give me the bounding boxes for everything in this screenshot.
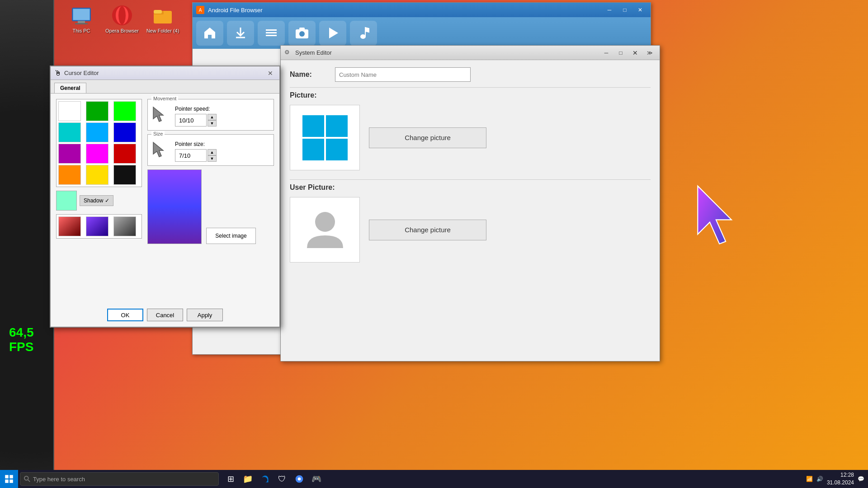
search-bar[interactable]: Type here to search (20, 472, 219, 486)
svg-rect-3 (73, 9, 90, 20)
svg-rect-27 (5, 479, 9, 483)
desktop-icon-new-folder[interactable]: New Folder (4) (145, 5, 181, 33)
android-restore-btn[interactable]: □ (618, 5, 632, 14)
cursor-preview-movement-svg (151, 106, 168, 122)
taskbar-wifi-icon: 📶 (806, 476, 813, 482)
gradient-swatch-grid (56, 214, 142, 239)
toolbar-menu-btn[interactable] (258, 21, 285, 46)
taskbar-date: 31.08.2024 (827, 479, 854, 487)
svg-point-32 (298, 478, 301, 481)
movement-section: Movement Pointer speed: 10/10 ▲ (147, 99, 274, 131)
swatch-magenta[interactable] (86, 144, 108, 164)
cursor-editor-close-btn[interactable]: ✕ (265, 69, 276, 78)
svg-marker-24 (153, 142, 163, 157)
se-change-user-picture-btn[interactable]: Change picture (369, 220, 486, 240)
shadow-checkbox[interactable]: Shadow ✓ (80, 195, 113, 206)
android-titlebar[interactable]: A Android File Browser ─ □ ✕ (193, 3, 651, 17)
swatch-blue[interactable] (113, 122, 136, 142)
speedometer: 64,5 FPS (0, 0, 54, 470)
android-close-btn[interactable]: ✕ (633, 5, 647, 14)
pointer-speed-down[interactable]: ▼ (208, 120, 217, 127)
taskbar-icons: ⊞ 📁 🛡 🎮 (222, 471, 325, 487)
color-swatch-grid (56, 99, 142, 187)
apply-button[interactable]: Apply (187, 309, 223, 321)
taskbar-extra[interactable]: 🎮 (308, 471, 325, 487)
android-minimize-btn[interactable]: ─ (603, 5, 616, 14)
desktop-icon-this-pc[interactable]: This PC (63, 5, 99, 33)
toolbar-play-btn[interactable] (319, 21, 346, 46)
desktop-icon-opera[interactable]: Opera Browser (104, 5, 140, 33)
se-extra-btn[interactable]: ≫ (643, 48, 656, 57)
swatch-green[interactable] (86, 101, 108, 121)
system-editor-titlebar[interactable]: ⚙ System Editor ─ □ ✕ ≫ (281, 46, 660, 60)
taskbar-chrome[interactable] (291, 471, 307, 487)
se-picture-box (290, 105, 360, 170)
this-pc-label: This PC (72, 28, 90, 33)
svg-rect-9 (154, 10, 162, 14)
svg-rect-15 (299, 28, 305, 30)
cursor-arrow-overlay (692, 181, 742, 255)
se-close-btn[interactable]: ✕ (629, 48, 642, 57)
swatch-black[interactable] (113, 165, 136, 185)
cancel-button[interactable]: Cancel (147, 309, 183, 321)
swatch-orange[interactable] (58, 165, 81, 185)
toolbar-home-btn[interactable] (196, 21, 223, 46)
start-button[interactable] (0, 470, 18, 488)
pointer-size-spinners: ▲ ▼ (208, 149, 217, 162)
swatch-lime[interactable] (113, 101, 136, 121)
shadow-color-swatch[interactable] (56, 191, 77, 211)
se-name-input[interactable] (335, 67, 471, 82)
shadow-check-icon: ✓ (105, 197, 109, 204)
svg-marker-22 (698, 186, 731, 244)
se-divider-2 (290, 179, 651, 180)
se-restore-btn[interactable]: □ (614, 48, 627, 57)
toolbar-camera-btn[interactable] (288, 21, 316, 46)
size-legend: Size (151, 131, 165, 136)
toolbar-music-btn[interactable] (350, 21, 377, 46)
search-placeholder: Type here to search (33, 476, 85, 483)
svg-rect-11 (266, 32, 277, 33)
pointer-speed-input: 10/10 ▲ ▼ (175, 114, 217, 127)
se-change-picture-btn[interactable]: Change picture (369, 127, 486, 148)
toolbar-download-btn[interactable] (227, 21, 254, 46)
swatch-cyan-dark[interactable] (58, 122, 81, 142)
svg-rect-25 (5, 475, 9, 479)
gradient-swatch-2[interactable] (86, 216, 108, 236)
size-row: Pointer size: 7/10 ▲ ▼ (151, 141, 270, 162)
swatch-red[interactable] (113, 144, 136, 164)
select-image-btn[interactable]: Select image (206, 228, 256, 244)
svg-marker-16 (329, 28, 338, 38)
svg-point-14 (299, 31, 305, 37)
swatch-purple[interactable] (58, 144, 81, 164)
svg-rect-26 (9, 475, 13, 479)
se-content: Name: Picture: Change picture User (281, 60, 660, 279)
taskbar-edge[interactable] (257, 471, 273, 487)
taskbar-file-explorer[interactable]: 📁 (240, 471, 256, 487)
pointer-size-up[interactable]: ▲ (208, 149, 217, 155)
se-win-controls: ─ □ ✕ ≫ (600, 48, 656, 57)
ce-titlebar[interactable]: 🖱 Cursor Editor ✕ (51, 66, 279, 80)
svg-rect-12 (266, 35, 277, 36)
taskbar-notification-icon[interactable]: 💬 (858, 476, 864, 482)
pointer-speed-value: 10/10 (175, 114, 207, 127)
gradient-swatch-3[interactable] (113, 216, 136, 236)
cursor-editor-dialog: 🖱 Cursor Editor ✕ General (50, 66, 280, 328)
gradient-swatch-1[interactable] (58, 216, 81, 236)
new-folder-icon (152, 5, 174, 26)
swatch-blue-light[interactable] (86, 122, 108, 142)
pointer-size-down[interactable]: ▼ (208, 155, 217, 162)
movement-legend: Movement (151, 96, 178, 101)
pointer-speed-up[interactable]: ▲ (208, 114, 217, 120)
ok-button[interactable]: OK (107, 309, 143, 321)
se-user-picture-row: Change picture (290, 197, 651, 263)
svg-point-21 (315, 212, 335, 232)
swatch-yellow[interactable] (86, 165, 108, 185)
swatch-white[interactable] (58, 101, 81, 121)
tab-general[interactable]: General (54, 83, 86, 93)
gradient-preview-panel: Select image (147, 169, 274, 244)
select-image-panel: Select image (206, 169, 256, 244)
se-minimize-btn[interactable]: ─ (600, 48, 613, 57)
pointer-size-label: Pointer size: (175, 141, 217, 147)
taskbar-security[interactable]: 🛡 (274, 471, 290, 487)
taskbar-task-view[interactable]: ⊞ (222, 471, 239, 487)
